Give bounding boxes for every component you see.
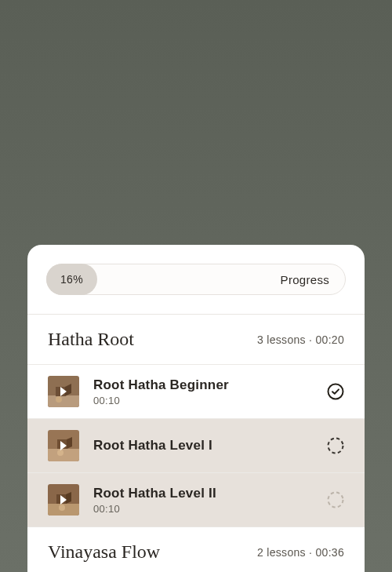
- play-icon: [60, 441, 67, 450]
- section-meta: 3 lessons · 00:20: [257, 333, 344, 346]
- lesson-row[interactable]: Root Hatha Beginner 00:10: [27, 364, 365, 418]
- lesson-time: 00:10: [93, 395, 313, 406]
- status-complete-icon: [327, 383, 344, 400]
- lesson-text: Root Hatha Level I: [93, 438, 313, 454]
- svg-rect-1: [48, 395, 79, 407]
- section-meta: 2 lessons · 00:36: [257, 546, 344, 559]
- svg-rect-5: [48, 449, 79, 461]
- lesson-text: Root Hatha Level II 00:10: [93, 486, 313, 515]
- lesson-title: Root Hatha Level I: [93, 438, 313, 454]
- lesson-title: Root Hatha Level II: [93, 486, 313, 501]
- play-icon: [60, 495, 67, 505]
- svg-point-10: [59, 505, 65, 511]
- lesson-thumbnail: [48, 484, 79, 516]
- lesson-title: Root Hatha Beginner: [93, 377, 313, 393]
- lesson-thumbnail: [48, 376, 79, 407]
- lesson-text: Root Hatha Beginner 00:10: [93, 377, 313, 406]
- play-icon: [60, 387, 67, 396]
- svg-point-6: [57, 450, 64, 456]
- svg-point-3: [328, 384, 343, 399]
- svg-point-11: [328, 493, 343, 508]
- progress-label: Progress: [281, 273, 345, 286]
- progress-bar: 16% Progress: [46, 264, 346, 295]
- svg-point-2: [56, 396, 62, 403]
- lesson-row[interactable]: Root Hatha Level II 00:10: [27, 472, 365, 526]
- section-title: Vinayasa Flow: [48, 541, 160, 563]
- lesson-row[interactable]: Root Hatha Level I: [27, 418, 365, 472]
- progress-percent: 16%: [46, 264, 97, 295]
- status-todo-icon: [327, 491, 344, 508]
- section-title: Hatha Root: [48, 329, 134, 350]
- lesson-time: 00:10: [93, 503, 313, 515]
- status-current-icon: [327, 437, 344, 454]
- svg-point-7: [328, 439, 343, 454]
- lesson-thumbnail: [48, 430, 79, 461]
- progress-percent-text: 16%: [60, 273, 83, 286]
- course-card: 16% Progress Hatha Root 3 lessons · 00:2…: [27, 245, 365, 572]
- section-header-vinayasa-flow[interactable]: Vinayasa Flow 2 lessons · 00:36: [27, 526, 365, 572]
- section-header-hatha-root[interactable]: Hatha Root 3 lessons · 00:20: [27, 314, 365, 364]
